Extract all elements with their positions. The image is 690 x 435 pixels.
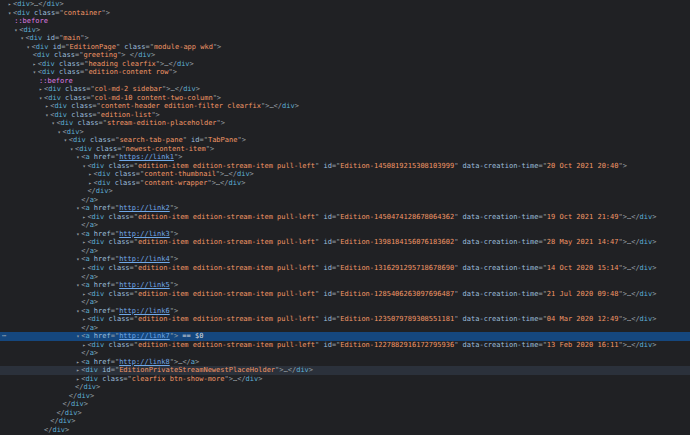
closing-bracket: </ <box>288 366 296 374</box>
tree-row-edition-item-1[interactable]: ▾<div class="edition-item edition-stream… <box>0 162 690 171</box>
tag-name: div <box>96 187 109 195</box>
attribute-name: class <box>77 119 98 127</box>
tree-row-btn-show-more[interactable]: ▸<div class="clearfix btn-show-more">…</… <box>0 375 690 384</box>
tree-row-main[interactable]: ▾<div id="main"> <box>0 34 690 43</box>
tree-row-close-content-two-column[interactable]: </div> <box>0 426 690 435</box>
attribute-link-value[interactable]: https://link1 <box>119 153 174 161</box>
tree-row-greeting[interactable]: <div class="greeting"> </div> <box>0 51 690 60</box>
attribute-equals: =" <box>111 255 119 263</box>
tree-row-heading[interactable]: ▸<div class="heading clearfix">…</div> <box>0 60 690 69</box>
tree-row-edition-item-2[interactable]: ▸<div class="edition-item edition-stream… <box>0 213 690 222</box>
tree-row-close-stream-edition-placeholder[interactable]: </div> <box>0 409 690 418</box>
tree-row-link2-close[interactable]: </a> <box>0 221 690 230</box>
closing-bracket: </ <box>81 298 89 306</box>
tree-row-edition-item-1-close[interactable]: </div> <box>0 187 690 196</box>
tree-row-private-stream-placeholder[interactable]: ▸<div id="EditionPrivateStreamNewestPlac… <box>0 366 690 375</box>
closing-bracket: </ <box>81 273 89 281</box>
attribute-link-value[interactable]: http://link6 <box>119 307 170 315</box>
attribute-link-value[interactable]: http://link5 <box>119 281 170 289</box>
attribute-value: clearfix btn-show-more <box>132 375 225 383</box>
attribute-name: class <box>115 179 136 187</box>
attribute-link-value[interactable]: http://link8 <box>119 358 170 366</box>
attribute-name: id <box>323 315 331 323</box>
attribute-value: newest-content-item <box>126 145 206 153</box>
attribute-equals: =" <box>55 9 63 17</box>
tree-row-content-wrapper[interactable]: ▸<div class="content-wrapper">…</div> <box>0 179 690 188</box>
tree-row-edition-item-6[interactable]: ▸<div class="edition-item edition-stream… <box>0 315 690 324</box>
tree-row-link3-open[interactable]: ▾<a href="http://link3"> <box>0 230 690 239</box>
tree-row-edition-page[interactable]: ▾<div id="EditionPage" class="module-app… <box>0 43 690 52</box>
tag-name: div <box>37 51 50 59</box>
attribute-value: Edition-1227882916172795936 <box>340 341 454 349</box>
more-actions-icon[interactable]: ⋯ <box>2 332 5 341</box>
tree-row-content-header[interactable]: ▸<div class="content-header edition-filt… <box>0 102 690 111</box>
closing-bracket: > <box>652 238 656 246</box>
tree-row-stream-edition-placeholder[interactable]: ▾<div class="stream-edition-placeholder"… <box>0 119 690 128</box>
attribute-link-value[interactable]: http://link3 <box>119 230 170 238</box>
tree-row-edition-item-7[interactable]: ▸<div class="edition-item edition-stream… <box>0 341 690 350</box>
tree-row-link7-close[interactable]: </a> <box>0 349 690 358</box>
tree-row-tab-pane[interactable]: ▾<div class="search-tab-pane" id="TabPan… <box>0 136 690 145</box>
tree-row-link3-close[interactable]: </a> <box>0 247 690 256</box>
attribute-link-value[interactable]: http://link7 <box>119 332 170 340</box>
closing-bracket: </ <box>81 324 89 332</box>
tree-row-link7-open[interactable]: ⋯▾<a href="http://link7"> == $0 <box>0 332 690 341</box>
closing-bracket: > <box>250 170 254 178</box>
attribute-name: class <box>71 102 92 110</box>
tree-row-pseudo-before-container[interactable]: ::before <box>0 17 690 26</box>
tree-row-close-edition-list[interactable]: </div> <box>0 417 690 426</box>
attribute-value: 21 Jul 2020 09:48 <box>547 290 619 298</box>
tree-row-edition-list[interactable]: ▾<div class="edition-list"> <box>0 111 690 120</box>
tag-name: div <box>296 366 309 374</box>
closing-bracket: > <box>309 366 313 374</box>
tree-row-link4-open[interactable]: ▾<a href="http://link4"> <box>0 255 690 264</box>
tree-row-link1-open[interactable]: ▾<a href="https://link1"> <box>0 153 690 162</box>
tag-name: div <box>229 179 242 187</box>
attribute-name: class <box>108 341 129 349</box>
attribute-equals: =" <box>538 264 546 272</box>
closing-bracket: </ <box>50 417 58 425</box>
attribute-equals: =" <box>61 43 69 51</box>
tree-row-edition-content[interactable]: ▾<div class="edition-content row"> <box>0 68 690 77</box>
attribute-link-value[interactable]: http://link4 <box>119 255 170 263</box>
tag-name: div <box>92 264 105 272</box>
tag-name: div <box>36 43 49 51</box>
attribute-value: TabPane <box>208 136 238 144</box>
tree-row-content-thumbnail[interactable]: ▸<div class="content-thumbnail">…</div> <box>0 170 690 179</box>
tree-row-close-tab-pane[interactable]: </div> <box>0 392 690 401</box>
attribute-name: id <box>323 341 331 349</box>
tag-name: div <box>640 315 653 323</box>
tree-row-link6-open[interactable]: ▾<a href="http://link6"> <box>0 307 690 316</box>
tag-name: div <box>98 170 111 178</box>
tag-name: div <box>23 26 36 34</box>
tree-row-link2-open[interactable]: ▾<a href="http://link2"> <box>0 204 690 213</box>
tree-row-link1-close[interactable]: </a> <box>0 196 690 205</box>
attribute-equals: =" <box>130 341 138 349</box>
tree-row-link4-close[interactable]: </a> <box>0 273 690 282</box>
tree-row-link8[interactable]: ▸<a href="http://link8">…</a> <box>0 358 690 367</box>
tree-row-anon-div-2[interactable]: ▾<div> <box>0 128 690 137</box>
attribute-value: edition-list <box>101 111 152 119</box>
tree-row-link5-close[interactable]: </a> <box>0 298 690 307</box>
tag-name: div <box>67 128 80 136</box>
tree-row-close-newest-content-item[interactable]: </div> <box>0 383 690 392</box>
tree-row-sidebar[interactable]: ▸<div class="col-md-2 sidebar">…</div> <box>0 85 690 94</box>
attribute-name: class <box>108 213 129 221</box>
tree-row-close-anon-div-2[interactable]: </div> <box>0 400 690 409</box>
tree-row-edition-item-3[interactable]: ▸<div class="edition-item edition-stream… <box>0 238 690 247</box>
tree-row-edition-item-5[interactable]: ▸<div class="edition-item edition-stream… <box>0 290 690 299</box>
tree-row-pseudo-before-edition-content[interactable]: ::before <box>0 77 690 86</box>
tree-row-newest-content-item[interactable]: ▾<div class="newest-content-item"> <box>0 145 690 154</box>
attribute-name: data-creation-time <box>463 315 539 323</box>
tree-row-anon-div-1[interactable]: ▾<div> <box>0 26 690 35</box>
tag-name: div <box>65 409 78 417</box>
attribute-link-value[interactable]: http://link2 <box>119 204 170 212</box>
tree-row-content-two-column[interactable]: ▾<div class="col-md-10 content-two-colum… <box>0 94 690 103</box>
tree-row-link5-open[interactable]: ▾<a href="http://link5"> <box>0 281 690 290</box>
tree-row-top-div-collapsed[interactable]: ▸<div>…</div> <box>0 0 690 9</box>
tree-row-link6-close[interactable]: </a> <box>0 324 690 333</box>
tree-row-edition-item-4[interactable]: ▸<div class="edition-item edition-stream… <box>0 264 690 273</box>
attribute-equals: =" <box>538 238 546 246</box>
attribute-name: href <box>94 332 111 340</box>
tree-row-container[interactable]: ▾<div class="container"> <box>0 9 690 18</box>
